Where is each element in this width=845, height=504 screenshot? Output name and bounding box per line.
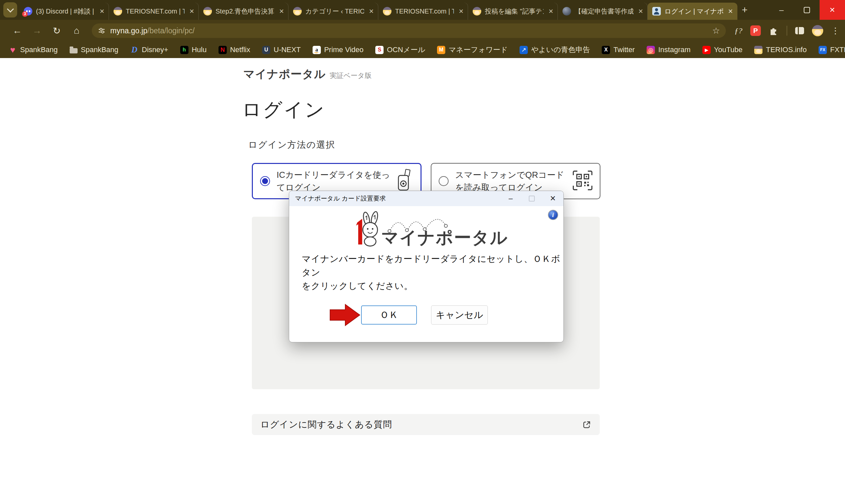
tab-title: カテゴリー ‹ TERIOSNET: [305, 7, 364, 16]
forward-button[interactable]: →: [29, 25, 46, 36]
avatar-favicon-icon: [293, 7, 302, 16]
browser-tab[interactable]: カテゴリー ‹ TERIOSNET ×: [288, 3, 378, 20]
bookmark-item[interactable]: SpankBang: [70, 46, 119, 54]
bookmark-star-icon[interactable]: ☆: [712, 26, 720, 36]
back-button[interactable]: ←: [8, 25, 26, 36]
window-minimize-button[interactable]: –: [769, 0, 794, 20]
tab-title: TERIOSNET.com | TE: [126, 7, 184, 15]
profile-avatar[interactable]: [812, 25, 823, 36]
window-controls: – ×: [769, 0, 845, 20]
extensions-puzzle-icon[interactable]: [769, 26, 779, 36]
tab-search-button[interactable]: [3, 2, 17, 17]
bookmark-item[interactable]: FX FXTF: [818, 46, 845, 54]
bookmark-item[interactable]: a Prime Video: [313, 46, 364, 54]
bookmarks-bar: ♥ SpankBang SpankBang D Disney+ h Hulu N…: [0, 41, 845, 58]
tab-close-icon[interactable]: ×: [368, 7, 375, 15]
bookmark-item[interactable]: U U-NEXT: [262, 46, 301, 54]
avatar-bookmark-icon: [754, 46, 762, 54]
avatar-favicon-icon: [473, 7, 481, 16]
dialog-window-buttons: – ✕: [500, 191, 563, 206]
tab-title: 【確定申告書等作成コ: [575, 7, 633, 16]
font-extension-icon[interactable]: ƒ?: [735, 26, 742, 35]
disney-bookmark-icon: D: [130, 46, 139, 54]
avatar-favicon-icon: [203, 7, 212, 16]
heart-bookmark-icon: ♥: [8, 46, 17, 54]
address-bar[interactable]: myna.go.jp/beta/login/pc/ ☆: [92, 23, 726, 38]
browser-tab[interactable]: 3 (3) Discord | #雑談 | ×: [19, 3, 109, 20]
window-restore-button[interactable]: [794, 0, 820, 20]
browser-tab[interactable]: TERIOSNET.com | TE ×: [109, 3, 199, 20]
bookmark-label: Netflix: [230, 46, 250, 54]
option-label: スマートフォンでQRコードを読み取ってログイン: [455, 168, 572, 194]
browser-tab[interactable]: ログイン | マイナポータル ×: [648, 3, 737, 20]
bookmark-item[interactable]: D Disney+: [130, 46, 168, 54]
site-info-icon[interactable]: [98, 27, 106, 35]
tab-title: (3) Discord | #雑談 |: [36, 7, 95, 16]
bookmark-label: マネーフォワード: [448, 45, 508, 55]
dialog-close-button[interactable]: ✕: [542, 191, 563, 206]
bookmark-label: FXTF: [830, 46, 845, 54]
dialog-maximize-button[interactable]: [521, 191, 542, 206]
browser-tab[interactable]: TERIOSNET.com | TE ×: [378, 3, 468, 20]
dialog-message-line1: マイナンバーカードをカードリーダライタにセットし、ＯＫボタン: [302, 252, 563, 280]
fxtf-bookmark-icon: FX: [818, 46, 827, 54]
yayoi-bookmark-icon: ↗: [520, 46, 528, 54]
bookmark-item[interactable]: ↗ やよいの青色申告: [520, 45, 590, 55]
bookmark-label: Disney+: [142, 46, 168, 54]
logo-red-one: [356, 219, 363, 245]
bookmark-item[interactable]: N Netflix: [218, 46, 250, 54]
radio-selected-icon[interactable]: [260, 176, 270, 186]
dialog-minimize-button[interactable]: –: [500, 191, 521, 206]
bookmark-item[interactable]: h Hulu: [180, 46, 207, 54]
tab-close-icon[interactable]: ×: [188, 7, 195, 15]
tab-close-icon[interactable]: ×: [278, 7, 285, 15]
url-text[interactable]: myna.go.jp/beta/login/pc/: [110, 26, 708, 35]
tab-close-icon[interactable]: ×: [99, 7, 106, 15]
mynaportal-logo: マイナポータル: [342, 210, 514, 249]
bookmark-label: TERIOS.info: [766, 46, 806, 54]
bookmark-item[interactable]: X Twitter: [602, 46, 635, 54]
faq-link-row[interactable]: ログインに関するよくある質問: [252, 414, 600, 435]
bookmark-item[interactable]: S OCNメール: [375, 45, 425, 55]
bookmark-label: Hulu: [192, 46, 207, 54]
dialog-message-line2: をクリックしてください。: [302, 280, 563, 293]
cancel-button[interactable]: キャンセル: [431, 305, 488, 325]
home-button[interactable]: ⌂: [68, 25, 85, 36]
bookmark-label: SpankBang: [81, 46, 119, 54]
tab-close-icon[interactable]: ×: [457, 7, 465, 15]
tab-strip: 3 (3) Discord | #雑談 | × TERIOSNET.com | …: [19, 0, 737, 20]
mf-bookmark-icon: M: [437, 46, 445, 54]
notification-badge: 3: [22, 11, 28, 17]
bookmark-item[interactable]: ▶ YouTube: [702, 46, 742, 54]
new-tab-button[interactable]: +: [737, 3, 752, 17]
tab-title: ログイン | マイナポータル: [665, 7, 723, 16]
browser-tab[interactable]: 【確定申告書等作成コ ×: [558, 3, 648, 20]
annotation-arrow: [330, 304, 360, 326]
netflix-bookmark-icon: N: [218, 46, 227, 54]
beta-badge: 実証ベータ版: [330, 71, 372, 80]
bookmark-item[interactable]: ◎ Instagram: [647, 46, 690, 54]
bookmark-label: Prime Video: [324, 46, 364, 54]
bookmark-label: Twitter: [613, 46, 635, 54]
bookmark-item[interactable]: TERIOS.info: [754, 46, 806, 54]
p-extension-icon[interactable]: P: [750, 25, 761, 36]
reload-button[interactable]: ↻: [48, 25, 65, 36]
tab-close-icon[interactable]: ×: [637, 7, 644, 15]
menu-kebab-icon[interactable]: ⋮: [831, 26, 840, 36]
dialog-message: マイナンバーカードをカードリーダライタにセットし、ＯＫボタン をクリックしてくだ…: [302, 252, 563, 293]
option-label: ICカードリーダライタを使ってログイン: [277, 168, 393, 194]
radio-unselected-icon[interactable]: [439, 176, 448, 186]
bookmark-item[interactable]: ♥ SpankBang: [8, 46, 58, 54]
browser-tab[interactable]: 投稿を編集 "記事テン ×: [468, 3, 558, 20]
x-bookmark-icon: X: [602, 46, 610, 54]
bookmark-item[interactable]: M マネーフォワード: [437, 45, 508, 55]
avatar-favicon-icon: [383, 7, 391, 16]
ok-button[interactable]: ＯＫ: [361, 305, 417, 325]
window-close-button[interactable]: ×: [820, 0, 845, 20]
side-panel-icon[interactable]: [795, 27, 804, 34]
tab-close-icon[interactable]: ×: [727, 7, 734, 15]
tab-close-icon[interactable]: ×: [547, 7, 554, 15]
person-favicon-icon: [652, 7, 661, 16]
info-icon[interactable]: i: [548, 210, 558, 220]
browser-tab[interactable]: Step2.青色申告決算書 ×: [199, 3, 288, 20]
